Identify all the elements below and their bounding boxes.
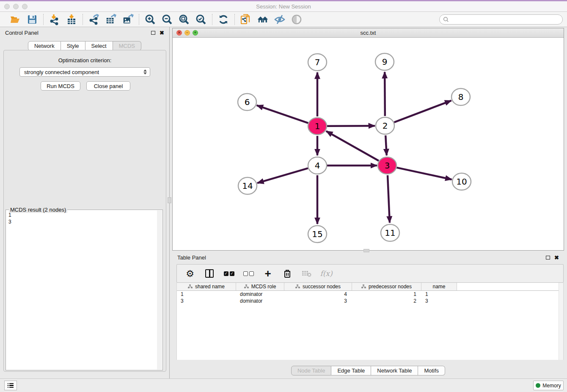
- edge-3-11[interactable]: [388, 175, 390, 223]
- vertical-splitter-handle[interactable]: [168, 197, 171, 203]
- horizontal-splitter-handle[interactable]: [363, 249, 369, 252]
- close-panel-button[interactable]: Close panel: [86, 81, 130, 91]
- hide-eye-icon[interactable]: [274, 14, 286, 25]
- zoom-fit-icon[interactable]: [178, 14, 190, 25]
- table-row[interactable]: 1dominator411: [177, 291, 563, 298]
- export-network-icon[interactable]: [88, 14, 100, 25]
- close-table-panel-icon[interactable]: ✖: [554, 255, 559, 260]
- network-canvas[interactable]: 1234678910111415: [173, 38, 564, 250]
- add-column-icon[interactable]: +: [262, 268, 273, 279]
- edge-2-3[interactable]: [385, 135, 387, 155]
- memory-button[interactable]: Memory: [533, 381, 564, 390]
- zoom-selected-icon[interactable]: [195, 14, 207, 25]
- export-image-icon[interactable]: [122, 14, 134, 25]
- tab-node-table[interactable]: Node Table: [291, 366, 332, 375]
- optimization-criterion-dropdown[interactable]: strongly connected component: [19, 67, 150, 77]
- network-close-icon[interactable]: ✕: [176, 30, 182, 36]
- network-zoom-icon[interactable]: +: [193, 30, 198, 36]
- import-network-icon[interactable]: [49, 14, 61, 25]
- save-session-icon[interactable]: [26, 14, 38, 25]
- edge-3-10[interactable]: [396, 168, 451, 179]
- cell-name[interactable]: 1: [421, 291, 457, 297]
- edge-3-1[interactable]: [326, 131, 379, 161]
- node-9[interactable]: 9: [375, 53, 394, 70]
- network-window-titlebar[interactable]: ✕ − + scc.txt: [173, 28, 564, 38]
- dropdown-value: strongly connected component: [24, 69, 99, 75]
- tree-icon: [361, 284, 366, 289]
- node-10[interactable]: 10: [452, 173, 471, 190]
- node-14[interactable]: 14: [238, 177, 257, 194]
- cell-predecessor_nodes[interactable]: 1: [352, 291, 421, 297]
- duplicate-network-icon[interactable]: [240, 14, 252, 25]
- refresh-icon[interactable]: [217, 14, 229, 25]
- table-row[interactable]: 3dominator323: [177, 298, 563, 304]
- network-minimize-icon[interactable]: −: [184, 30, 190, 36]
- svg-text:9: 9: [382, 57, 388, 67]
- tab-network[interactable]: Network: [28, 41, 61, 51]
- table-scrollbar[interactable]: [559, 283, 563, 360]
- tab-select[interactable]: Select: [85, 41, 113, 51]
- zoom-in-icon[interactable]: [144, 14, 156, 25]
- network-graph[interactable]: 1234678910111415: [173, 38, 564, 250]
- node-2[interactable]: 2: [376, 117, 394, 134]
- tree-icon: [188, 284, 193, 289]
- column-header-name[interactable]: name: [421, 283, 457, 290]
- select-all-columns-icon[interactable]: ✓✓: [223, 268, 234, 279]
- tab-edge-table[interactable]: Edge Table: [331, 366, 371, 375]
- cell-successor_nodes[interactable]: 3: [284, 298, 352, 304]
- cell-name[interactable]: 3: [421, 298, 457, 304]
- cell-predecessor_nodes[interactable]: 2: [352, 298, 421, 304]
- open-session-icon[interactable]: [9, 14, 21, 25]
- cell-mcds_role[interactable]: dominator: [236, 291, 284, 297]
- home-icon[interactable]: [257, 14, 269, 25]
- mcds-result-box: MCDS result (2 nodes) 1 3: [6, 210, 163, 370]
- toggle-panel-layout-icon[interactable]: [204, 268, 215, 279]
- deselect-all-columns-icon[interactable]: [243, 268, 254, 279]
- tab-style[interactable]: Style: [61, 41, 85, 51]
- table-settings-gear-icon[interactable]: ⚙: [184, 268, 195, 279]
- cell-mcds_role[interactable]: dominator: [236, 298, 284, 304]
- node-3[interactable]: 3: [378, 157, 396, 174]
- run-mcds-button[interactable]: Run MCDS: [41, 81, 80, 91]
- close-panel-icon[interactable]: ✖: [160, 30, 164, 36]
- node-table: shared nameMCDS rolesuccessor nodesprede…: [176, 283, 564, 360]
- column-header-mcds_role[interactable]: MCDS role: [236, 283, 284, 290]
- import-table-icon[interactable]: [66, 14, 77, 25]
- node-4[interactable]: 4: [308, 157, 327, 174]
- edge-4-14[interactable]: [257, 168, 308, 183]
- delete-table-icon[interactable]: [301, 268, 312, 279]
- edge-1-6[interactable]: [257, 105, 308, 123]
- node-1[interactable]: 1: [308, 118, 327, 135]
- float-panel-icon[interactable]: [151, 31, 155, 35]
- mcds-result-text[interactable]: 1 3: [7, 212, 157, 369]
- cell-shared_name[interactable]: 3: [177, 298, 236, 304]
- svg-text:11: 11: [385, 228, 395, 238]
- column-header-predecessor_nodes[interactable]: predecessor nodes: [352, 283, 421, 290]
- edge-2-9[interactable]: [385, 72, 385, 116]
- show-eye-icon[interactable]: [291, 14, 303, 25]
- node-8[interactable]: 8: [451, 88, 470, 105]
- network-window-title: scc.txt: [173, 30, 564, 36]
- export-table-icon[interactable]: [105, 14, 117, 25]
- float-table-panel-icon[interactable]: [546, 256, 550, 259]
- edge-1-2[interactable]: [327, 126, 375, 126]
- cell-shared_name[interactable]: 1: [177, 291, 236, 297]
- edge-2-8[interactable]: [394, 101, 451, 122]
- tab-mcds[interactable]: MCDS: [113, 41, 141, 51]
- result-scrollbar[interactable]: [157, 210, 162, 370]
- column-header-successor_nodes[interactable]: successor nodes: [284, 283, 352, 290]
- column-header-shared_name[interactable]: shared name: [177, 283, 236, 290]
- zoom-out-icon[interactable]: [161, 14, 173, 25]
- cell-successor_nodes[interactable]: 4: [284, 291, 352, 297]
- node-6[interactable]: 6: [238, 94, 256, 110]
- task-history-button[interactable]: [4, 381, 17, 390]
- mcds-panel: Optimization criterion: strongly connect…: [3, 50, 166, 372]
- node-11[interactable]: 11: [381, 224, 399, 241]
- node-7[interactable]: 7: [308, 54, 327, 71]
- function-builder-icon[interactable]: f(x): [321, 268, 332, 279]
- tab-network-table[interactable]: Network Table: [371, 366, 418, 375]
- node-15[interactable]: 15: [308, 226, 327, 243]
- delete-column-icon[interactable]: [282, 268, 293, 279]
- tab-motifs[interactable]: Motifs: [418, 366, 445, 375]
- search-input[interactable]: [439, 14, 563, 25]
